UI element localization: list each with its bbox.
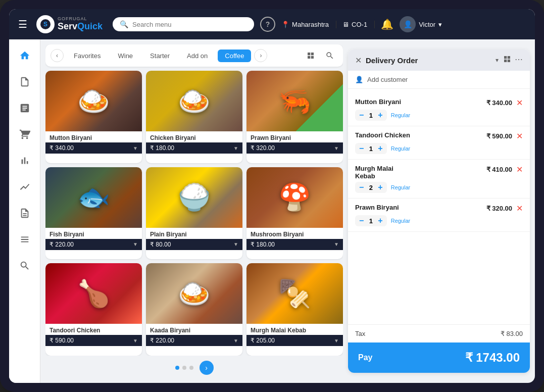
tab-favorites[interactable]: Favorites <box>67 50 108 62</box>
sidebar-item-orders[interactable] <box>14 97 36 119</box>
sidebar-item-docs[interactable] <box>14 202 36 224</box>
qty-decrease-prawn[interactable]: − <box>359 217 364 225</box>
food-price-prawn-biryani: ₹ 320.00 ▼ <box>246 142 343 154</box>
food-image-kaada-biryani: 🍛 <box>146 263 242 324</box>
order-item-remove-prawn[interactable]: ✕ <box>516 204 523 213</box>
sidebar-item-home[interactable] <box>14 44 36 67</box>
sidebar-item-analytics[interactable] <box>14 150 36 172</box>
content-area: ‹ Favorites Wine Starter Add on Coffee › <box>45 44 343 378</box>
pay-button[interactable]: Pay ₹ 1743.00 <box>348 342 530 373</box>
qty-decrease-tandoori[interactable]: − <box>359 144 364 153</box>
tab-wine[interactable]: Wine <box>111 50 140 62</box>
qty-decrease-mutton[interactable]: − <box>359 111 364 119</box>
expand-icon: ▼ <box>334 145 339 151</box>
food-card-mutton-biryani[interactable]: 🍛 Mutton Biryani ₹ 340.00 ▼ <box>45 71 142 163</box>
food-price-mushroom-biryani: ₹ 180.00 ▼ <box>246 239 343 250</box>
food-card-tandoori-chicken[interactable]: 🍗 Tandoori Chicken ₹ 590.00 ▼ <box>45 263 142 356</box>
food-card-mushroom-biryani[interactable]: 🍄 Mushroom Biryani ₹ 180.00 ▼ <box>246 167 343 260</box>
tabs-prev-button[interactable]: ‹ <box>51 49 64 62</box>
qty-increase-prawn[interactable]: + <box>378 217 382 225</box>
food-card-murgh-malai-kebab[interactable]: 🍢 Murgh Malai Kebab ₹ 205.00 ▼ <box>246 263 343 356</box>
sidebar-item-tools[interactable] <box>14 255 36 277</box>
qty-increase-tandoori[interactable]: + <box>378 144 382 153</box>
food-card-chicken-biryani[interactable]: 🍛 Chicken Biryani ₹ 180.00 ▼ <box>146 71 242 163</box>
logo-text: GOFRUGAL ServQuick <box>58 17 103 32</box>
sidebar-item-cart[interactable] <box>14 123 36 145</box>
tab-coffee[interactable]: Coffee <box>218 50 251 62</box>
qty-controls-murgh: − 2 + <box>355 182 387 193</box>
pagination-dot-3[interactable] <box>189 366 193 370</box>
grid-view-button[interactable] <box>303 47 319 64</box>
food-name-plain-biryani: Plain Biryani <box>146 228 242 239</box>
sidebar <box>9 39 40 383</box>
order-header: ✕ Delivery Order ▾ ⋯ <box>348 50 530 71</box>
item-type-tandoori: Regular <box>391 145 411 152</box>
qty-controls-mutton: − 1 + <box>355 110 387 121</box>
qty-increase-mutton[interactable]: + <box>378 111 382 119</box>
food-image-mushroom-biryani: 🍄 <box>246 167 343 228</box>
food-price-tandoori-chicken: ₹ 590.00 ▼ <box>45 335 142 346</box>
user-profile-button[interactable]: 👤 Victor ▾ <box>400 16 442 32</box>
food-name-chicken-biryani: Chicken Biryani <box>146 131 242 142</box>
order-item-murgh-malai-kebab: Murgh Malai Kebab ₹ 410.00 ✕ − <box>348 160 530 199</box>
expand-icon: ▼ <box>133 338 138 344</box>
location-display: 📍 Maharashtra <box>281 21 336 28</box>
order-tax-row: Tax ₹ 83.00 <box>348 324 530 342</box>
hamburger-menu-button[interactable]: ☰ <box>15 15 30 33</box>
avatar: 👤 <box>400 16 416 32</box>
food-card-prawn-biryani[interactable]: 🦐 Prawn Biryani ₹ 320.00 ▼ <box>246 71 343 163</box>
header: ☰ S GOFRUGAL ServQuick 🔍 ? <box>9 9 535 39</box>
order-dropdown-icon[interactable]: ▾ <box>496 57 499 64</box>
pagination-dot-2[interactable] <box>182 366 186 370</box>
order-item-remove-murgh[interactable]: ✕ <box>516 165 523 174</box>
order-more-button[interactable]: ⋯ <box>515 55 523 66</box>
food-image-mutton-biryani: 🍛 <box>45 71 142 131</box>
bell-button[interactable]: 🔔 <box>381 18 393 30</box>
tax-amount: ₹ 83.00 <box>501 330 523 337</box>
qty-value-murgh: 2 <box>367 184 375 191</box>
pagination-dot-1[interactable] <box>175 366 179 370</box>
order-title: Delivery Order <box>366 56 491 65</box>
tab-starter[interactable]: Starter <box>143 50 177 62</box>
sidebar-item-chart[interactable] <box>14 176 36 198</box>
search-bar[interactable]: 🔍 <box>113 17 254 31</box>
add-customer-button[interactable]: 👤 Add customer <box>348 71 530 89</box>
food-name-prawn-biryani: Prawn Biryani <box>246 131 343 142</box>
tax-label: Tax <box>355 330 365 337</box>
pagination-next-button[interactable]: › <box>200 361 214 375</box>
food-card-kaada-biryani[interactable]: 🍛 Kaada Biryani ₹ 220.00 ▼ <box>146 263 242 356</box>
qty-controls-tandoori: − 1 + <box>355 143 387 154</box>
sidebar-item-settings[interactable] <box>14 228 36 251</box>
food-card-fish-biryani[interactable]: 🐟 Fish Biryani ₹ 220.00 ▼ <box>45 167 142 260</box>
tabs-next-button[interactable]: › <box>254 49 267 62</box>
search-icon: 🔍 <box>120 20 128 28</box>
food-card-plain-biryani[interactable]: 🍚 Plain Biryani ₹ 80.00 ▼ <box>146 167 242 260</box>
help-button[interactable]: ? <box>260 17 275 32</box>
food-price-murgh-malai-kebab: ₹ 205.00 ▼ <box>246 335 343 346</box>
food-name-murgh-malai-kebab: Murgh Malai Kebab <box>246 324 343 335</box>
search-menu-button[interactable] <box>322 47 338 64</box>
order-item-remove-mutton[interactable]: ✕ <box>516 98 523 108</box>
pay-amount: ₹ 1743.00 <box>465 351 520 365</box>
item-type-murgh: Regular <box>391 184 411 190</box>
qty-increase-murgh[interactable]: + <box>378 183 382 191</box>
search-input[interactable] <box>132 21 247 28</box>
item-type-prawn: Regular <box>391 218 411 224</box>
user-name-text: Victor <box>419 21 435 28</box>
expand-icon: ▼ <box>233 338 238 344</box>
order-item-mutton-biryani: Mutton Biryani ₹ 340.00 ✕ − 1 <box>348 93 530 126</box>
food-image-fish-biryani: 🐟 <box>45 167 142 228</box>
order-grid-button[interactable] <box>503 55 512 66</box>
order-item-prawn-biryani: Prawn Biryani ₹ 320.00 ✕ − 1 <box>348 199 530 232</box>
order-panel: ✕ Delivery Order ▾ ⋯ 👤 Add customer <box>348 50 530 373</box>
logo-icon: S <box>36 15 55 33</box>
sidebar-item-reports[interactable] <box>14 71 36 93</box>
order-item-price-murgh: ₹ 410.00 <box>486 166 512 173</box>
food-image-chicken-biryani: 🍛 <box>146 71 242 131</box>
qty-decrease-murgh[interactable]: − <box>359 183 364 191</box>
order-item-remove-tandoori[interactable]: ✕ <box>516 131 523 141</box>
item-type-mutton: Regular <box>391 112 411 118</box>
order-close-button[interactable]: ✕ <box>355 56 362 65</box>
food-price-chicken-biryani: ₹ 180.00 ▼ <box>146 142 242 154</box>
tab-addon[interactable]: Add on <box>180 50 215 62</box>
